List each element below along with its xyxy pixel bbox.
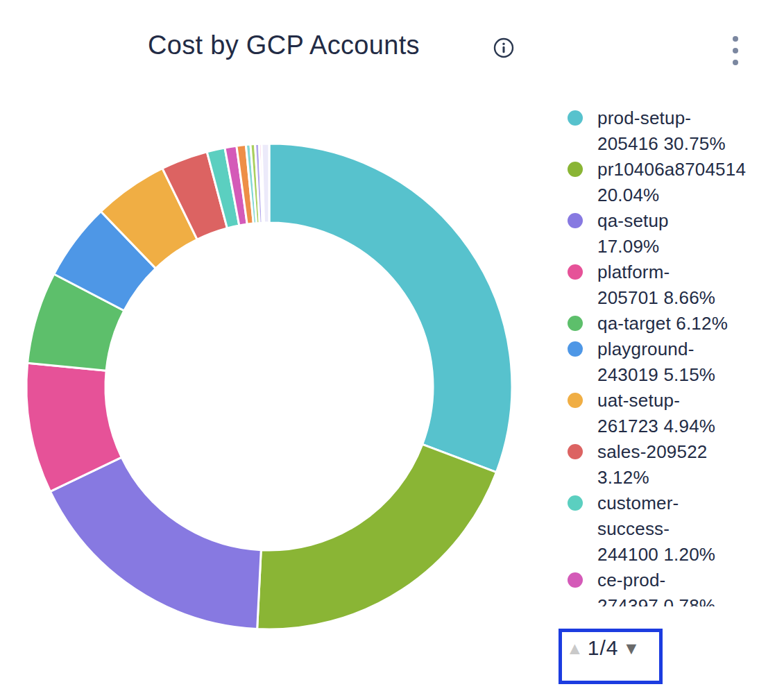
donut-chart	[12, 130, 526, 646]
legend-dot-icon	[568, 393, 583, 408]
legend-dot-icon	[568, 264, 583, 280]
cost-by-gcp-accounts-widget: Cost by GCP Accounts prod-setup- 205416 …	[0, 0, 784, 698]
legend-dot-icon	[568, 444, 583, 459]
pager-down-icon[interactable]: ▼	[622, 638, 640, 658]
legend-label: customer- success- 244100 1.20%	[597, 491, 715, 568]
legend-label: qa-setup 17.09%	[597, 208, 669, 259]
legend-dot-icon	[568, 110, 583, 126]
legend-label: pr10406a8704514 20.04%	[597, 157, 746, 208]
legend-item[interactable]: pr10406a8704514 20.04%	[568, 157, 777, 208]
legend-pager-highlight-box: ▲ 1/4 ▼	[559, 629, 663, 684]
legend-item[interactable]: ce-prod- 274397 0.78%	[568, 568, 777, 606]
legend-item[interactable]: uat-setup- 261723 4.94%	[568, 388, 777, 439]
legend-label: uat-setup- 261723 4.94%	[597, 388, 715, 439]
page-title: Cost by GCP Accounts	[148, 29, 420, 61]
kebab-dot-icon	[733, 60, 738, 65]
legend: prod-setup- 205416 30.75%pr10406a8704514…	[568, 105, 777, 606]
legend-item[interactable]: qa-setup 17.09%	[568, 208, 777, 259]
legend-dot-icon	[568, 316, 583, 331]
kebab-dot-icon	[733, 48, 738, 53]
pie-slice-pr10406a8704514[interactable]	[257, 444, 497, 629]
legend-item[interactable]: customer- success- 244100 1.20%	[568, 491, 777, 568]
pie-slice-other-6[interactable]	[262, 144, 269, 223]
legend-pager: ▲ 1/4 ▼	[565, 635, 640, 661]
legend-label: platform- 205701 8.66%	[597, 259, 715, 311]
legend-label: ce-prod- 274397 0.78%	[597, 568, 715, 606]
legend-item[interactable]: qa-target 6.12%	[568, 311, 777, 337]
legend-item[interactable]: prod-setup- 205416 30.75%	[568, 105, 777, 157]
legend-label: qa-target 6.12%	[597, 311, 728, 337]
legend-item[interactable]: playground- 243019 5.15%	[568, 337, 777, 388]
legend-item[interactable]: sales-209522 3.12%	[568, 439, 777, 491]
legend-dot-icon	[568, 213, 583, 228]
info-icon[interactable]	[493, 37, 514, 58]
legend-label: sales-209522 3.12%	[597, 439, 708, 491]
legend-dot-icon	[568, 495, 583, 511]
pager-up-icon[interactable]: ▲	[566, 638, 583, 658]
pie-slice-prod-setup-205416[interactable]	[269, 144, 512, 473]
legend-dot-icon	[568, 572, 583, 588]
legend-label: prod-setup- 205416 30.75%	[597, 105, 726, 157]
kebab-dot-icon	[733, 36, 738, 42]
pager-label: 1/4	[588, 636, 619, 660]
pie-slice-qa-setup[interactable]	[50, 457, 261, 629]
legend-item[interactable]: platform- 205701 8.66%	[568, 259, 777, 311]
legend-dot-icon	[568, 162, 583, 177]
kebab-menu-button[interactable]	[726, 35, 744, 67]
legend-dot-icon	[568, 341, 583, 357]
legend-label: playground- 243019 5.15%	[597, 337, 715, 388]
